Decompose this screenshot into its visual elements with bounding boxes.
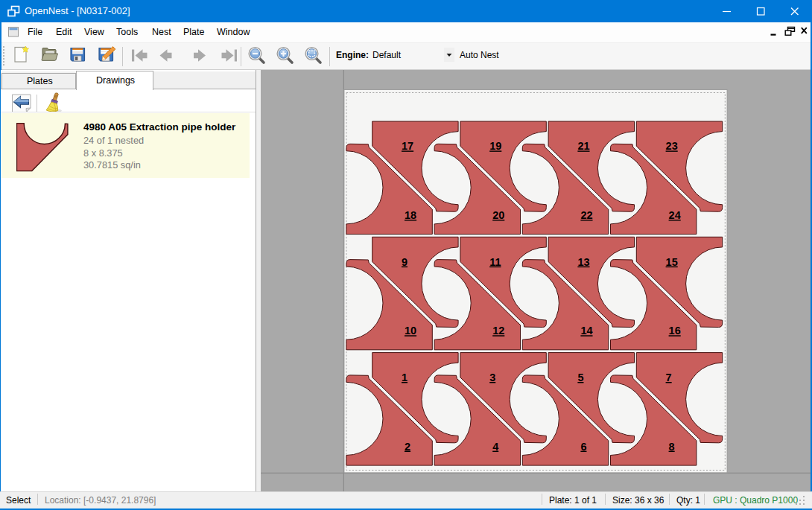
svg-text:6: 6 [580,441,586,453]
svg-text:9: 9 [402,256,407,268]
svg-text:24: 24 [669,209,681,221]
svg-text:4: 4 [492,441,498,453]
svg-text:1: 1 [402,372,407,383]
svg-text:13: 13 [577,256,589,268]
svg-text:3: 3 [489,372,495,383]
svg-text:22: 22 [580,209,592,221]
svg-text:8: 8 [669,441,675,453]
svg-text:23: 23 [666,140,678,152]
svg-text:15: 15 [666,256,678,268]
svg-text:11: 11 [489,256,501,268]
svg-text:2: 2 [405,441,410,453]
svg-text:5: 5 [577,372,583,383]
svg-text:18: 18 [405,209,416,221]
svg-text:10: 10 [405,325,416,337]
svg-text:12: 12 [492,325,504,337]
svg-text:16: 16 [669,325,681,337]
svg-text:17: 17 [402,140,413,152]
svg-text:20: 20 [492,209,504,221]
svg-text:19: 19 [489,140,501,152]
svg-text:21: 21 [577,140,589,152]
svg-text:14: 14 [580,325,592,337]
svg-text:7: 7 [666,372,672,383]
